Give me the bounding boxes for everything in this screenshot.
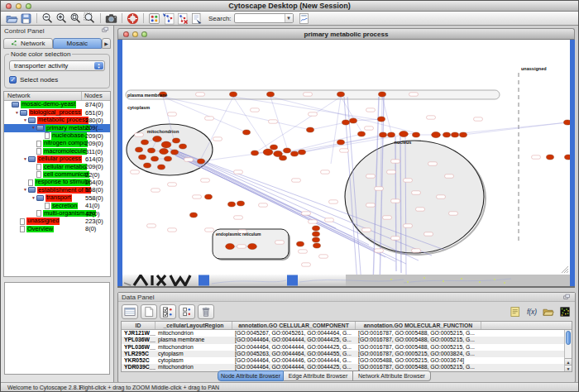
network-close-button[interactable] — [123, 31, 129, 37]
zoom-in-button[interactable] — [55, 12, 69, 25]
tree-column-network[interactable]: Network — [4, 92, 82, 100]
network-node[interactable] — [337, 140, 345, 145]
minimize-button[interactable] — [16, 3, 22, 9]
tree-row[interactable]: ▼establishment of lo558(0) — [4, 186, 110, 194]
network-node[interactable] — [443, 132, 451, 137]
scroll-down-button[interactable]: ▼ — [565, 365, 572, 371]
network-node[interactable] — [165, 156, 172, 161]
network-window-titlebar[interactable]: primary metabolic process — [117, 28, 575, 40]
network-node[interactable] — [230, 92, 237, 97]
dropdown-arrows-icon[interactable]: ▲▼ — [94, 62, 103, 69]
create-view-button[interactable] — [161, 12, 175, 25]
network-node[interactable] — [565, 155, 571, 160]
tree-row[interactable]: nitrogen compo209(0) — [4, 140, 110, 147]
snapshot-button[interactable] — [104, 12, 118, 25]
zoom-selected-button[interactable] — [83, 12, 97, 25]
expand-triangle-icon[interactable]: ▼ — [31, 124, 36, 131]
network-node[interactable] — [350, 118, 357, 123]
network-node[interactable] — [413, 132, 420, 137]
table-scrollbar[interactable]: ▲ ▼ — [564, 330, 572, 371]
network-node[interactable] — [160, 148, 169, 154]
network-node[interactable] — [307, 127, 314, 132]
tree-row[interactable]: secretion41(0) — [4, 202, 110, 209]
import-table-button[interactable] — [542, 305, 555, 318]
network-node[interactable] — [198, 159, 205, 164]
column-header[interactable]: annotation.GO MOLECULAR_FUNCTION — [356, 322, 481, 329]
network-node[interactable] — [378, 117, 385, 122]
expand-triangle-icon[interactable]: ▼ — [31, 194, 36, 202]
column-header[interactable]: _cellularLayoutRegion — [156, 322, 232, 329]
network-node[interactable] — [251, 151, 259, 155]
network-node[interactable] — [263, 149, 273, 155]
network-node[interactable] — [173, 138, 180, 143]
node-color-dropdown[interactable]: transporter activity ▲▼ — [9, 60, 105, 71]
zoom-button[interactable] — [26, 3, 31, 9]
filter-button[interactable] — [297, 12, 311, 25]
attribute-grid-button[interactable] — [122, 304, 138, 319]
expand-triangle-icon[interactable]: ▼ — [22, 117, 28, 124]
network-node[interactable] — [380, 132, 387, 137]
table-row[interactable]: YJR121W__1mitochondrion[GO:0045267, GO:0… — [122, 330, 572, 337]
float-panel-icon[interactable] — [102, 26, 112, 36]
network-node[interactable] — [228, 202, 236, 207]
network-node[interactable] — [313, 232, 320, 237]
network-node[interactable] — [460, 132, 467, 137]
network-node[interactable] — [179, 144, 187, 149]
notes-button[interactable] — [509, 305, 522, 318]
tree-row[interactable]: Overview8(0) — [4, 225, 110, 232]
network-node[interactable] — [313, 237, 320, 242]
tree-row[interactable]: ▼biological_process651(0) — [4, 108, 110, 116]
network-node[interactable] — [205, 194, 213, 199]
vizmapper-button[interactable] — [147, 12, 161, 25]
network-node[interactable] — [379, 92, 386, 97]
network-node[interactable] — [144, 163, 151, 168]
tab-overflow-button[interactable]: ▶ — [102, 38, 111, 49]
tab-node-attribute-browser[interactable]: Node Attribute Browser — [218, 370, 284, 381]
network-zoom-button[interactable] — [141, 31, 147, 37]
unselect-attributes-button[interactable] — [179, 304, 195, 319]
tree-column-nodes[interactable]: Nodes — [82, 92, 110, 100]
network-node[interactable] — [190, 213, 198, 218]
network-node[interactable] — [291, 151, 299, 156]
tree-row[interactable]: multi-organism pro42(0) — [4, 209, 110, 217]
tree-row[interactable]: ▼transport558(0) — [4, 194, 110, 202]
network-minimize-button[interactable] — [132, 31, 138, 37]
network-node[interactable] — [299, 150, 306, 155]
scroll-up-button[interactable]: ▲ — [565, 358, 572, 365]
network-node[interactable] — [141, 140, 149, 145]
network-node[interactable] — [388, 132, 395, 137]
annotation-button[interactable] — [189, 12, 203, 25]
network-node[interactable] — [153, 136, 162, 141]
network-node[interactable] — [432, 131, 441, 137]
search-input[interactable] — [235, 14, 285, 22]
tab-network[interactable]: Network — [3, 38, 53, 49]
search-dropdown-arrow-icon[interactable]: ▼ — [285, 14, 293, 22]
table-row[interactable]: YPL036W__2plasma membrane[GO:0044464, GO… — [122, 337, 572, 343]
help-button[interactable] — [126, 12, 140, 25]
network-node[interactable] — [452, 132, 459, 137]
search-combobox[interactable]: ▼ — [234, 13, 294, 23]
network-node[interactable] — [158, 165, 165, 170]
float-panel-icon[interactable] — [563, 294, 573, 303]
save-button[interactable] — [19, 12, 33, 25]
network-node[interactable] — [171, 150, 179, 155]
birdseye-view[interactable] — [4, 282, 110, 375]
tree-row[interactable]: macromolecule311(0) — [4, 147, 110, 155]
tree-row[interactable]: response to stimulu264(0) — [4, 179, 110, 186]
destroy-view-button[interactable] — [175, 12, 189, 25]
tree-row[interactable]: cell communicat22(0) — [4, 171, 110, 179]
zoom-out-button[interactable] — [41, 12, 55, 25]
tree-row[interactable]: ▼cellular process614(0) — [4, 155, 110, 163]
network-node[interactable] — [243, 130, 251, 135]
open-button[interactable] — [5, 12, 19, 25]
network-node[interactable] — [270, 145, 278, 150]
network-node[interactable] — [284, 148, 291, 153]
column-header[interactable]: annotation.GO CELLULAR_COMPONENT — [232, 322, 356, 329]
heatmap-button[interactable] — [558, 305, 572, 318]
network-node[interactable] — [237, 201, 245, 206]
tab-mosaic[interactable]: Mosaic — [53, 38, 103, 49]
network-node[interactable] — [151, 156, 159, 161]
network-node[interactable] — [267, 92, 275, 97]
network-node[interactable] — [148, 148, 156, 153]
network-node[interactable] — [313, 226, 320, 231]
